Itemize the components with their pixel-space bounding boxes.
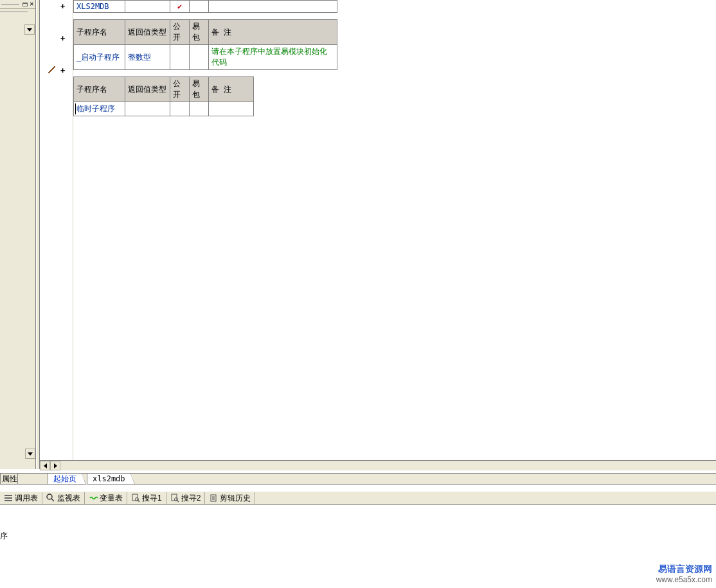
cell-pub[interactable] [170,45,190,70]
search-doc-icon [170,494,179,503]
panel-divider [0,12,28,12]
header-pub: 公开 [170,77,190,102]
search1-button[interactable]: 搜寻1 [127,492,166,504]
check-icon: ✔ [173,2,186,11]
module-table: XLS2MDB ✔ [73,0,337,13]
svg-line-10 [177,501,179,502]
cell-rettype[interactable] [125,102,170,116]
scroll-track[interactable] [60,461,68,470]
tool-label: 搜寻1 [142,493,162,504]
expand-icon[interactable]: + [60,2,65,11]
header-remark: 备 注 [209,77,254,102]
cell-pub[interactable]: ✔ [170,1,190,13]
search-doc-icon [131,494,140,503]
left-panel [0,0,36,469]
tool-label: 变量表 [100,493,123,504]
cell-name[interactable]: 临时子程序 [74,102,125,116]
status-text: 序 [0,531,6,540]
list-icon [4,494,13,503]
clipboard-icon [209,494,218,503]
tool-label: 调用表 [15,493,38,504]
panel-line [1,4,19,4]
watch-button[interactable]: 监视表 [42,492,85,504]
tool-label: 监视表 [57,493,80,504]
cell-remark[interactable] [209,102,254,116]
svg-rect-2 [4,500,12,501]
header-pkg: 易包 [190,20,209,45]
svg-rect-1 [4,497,12,499]
table-row[interactable]: _启动子程序 整数型 请在本子程序中放置易模块初始化代码 [74,45,337,70]
table-row[interactable]: 临时子程序 [74,102,254,116]
scroll-down-icon[interactable] [25,449,35,459]
cell-pkg[interactable] [190,102,209,116]
calltable-button[interactable]: 调用表 [0,492,42,504]
cell-rettype[interactable] [125,1,170,13]
infinity-icon [89,494,98,503]
watermark-url: www.e5a5x.com [656,575,712,584]
tab-start-page[interactable]: 起始页 [48,474,82,485]
restore-icon[interactable] [22,3,28,6]
svg-line-4 [51,499,54,501]
properties-tab[interactable]: 属性 [0,474,18,485]
panel-header [0,0,35,9]
tab-xls2mdb[interactable]: xls2mdb [87,474,131,485]
header-pkg: 易包 [190,77,209,102]
editor-area: XLS2MDB ✔ 子程序名 返回值类型 公开 易包 备 注 _启动子程序 整数… [73,0,716,469]
table-header-row: 子程序名 返回值类型 公开 易包 备 注 [74,77,254,102]
tool-label: 剪辑历史 [220,493,251,504]
subprogram-table-1: 子程序名 返回值类型 公开 易包 备 注 _启动子程序 整数型 请在本子程序中放… [73,19,337,70]
tabs-fill [131,474,716,485]
table-row[interactable]: XLS2MDB ✔ [74,1,337,13]
cell-name[interactable]: _启动子程序 [74,45,125,70]
cell-remark[interactable] [209,1,337,13]
tool-label: 搜寻2 [181,493,201,504]
document-tabs: 属性 起始页 xls2mdb [0,473,716,485]
close-icon[interactable] [28,1,35,8]
watermark-title: 易语言资源网 [656,564,712,575]
header-rettype: 返回值类型 [125,77,170,102]
dropdown-arrow-icon[interactable] [24,24,35,35]
svg-rect-5 [132,494,138,501]
scroll-right-icon[interactable] [50,461,60,470]
cell-rettype[interactable]: 整数型 [125,45,170,70]
svg-rect-8 [172,494,177,501]
magnifier-icon [46,494,55,503]
header-pub: 公开 [170,20,190,45]
search2-button[interactable]: 搜寻2 [166,492,206,504]
properties-tab-label: 属性 [2,474,17,485]
header-remark: 备 注 [209,20,337,45]
cell-name[interactable]: XLS2MDB [74,1,125,13]
subprogram-table-2: 子程序名 返回值类型 公开 易包 备 注 临时子程序 [73,76,254,116]
expand-icon[interactable]: + [60,66,65,75]
svg-rect-0 [4,495,12,496]
tabs-gap [18,474,48,485]
horizontal-scrollbar[interactable] [40,460,716,470]
table-header-row: 子程序名 返回值类型 公开 易包 备 注 [74,20,337,45]
scroll-left-icon[interactable] [40,461,50,470]
header-name: 子程序名 [74,77,125,102]
header-rettype: 返回值类型 [125,20,170,45]
tab-label: xls2mdb [93,474,125,483]
watermark: 易语言资源网 www.e5a5x.com [656,564,712,584]
svg-line-7 [138,501,139,502]
header-name: 子程序名 [74,20,125,45]
cell-remark[interactable]: 请在本子程序中放置易模块初始化代码 [209,45,337,70]
cliphistory-button[interactable]: 剪辑历史 [205,492,255,504]
gutter: + + + [40,0,73,469]
pencil-icon [48,66,57,76]
expand-icon[interactable]: + [60,34,65,43]
vars-button[interactable]: 变量表 [85,492,127,504]
bottom-toolbar: 调用表 监视表 变量表 搜寻1 搜寻2 剪辑历史 [0,491,716,505]
cell-pub[interactable] [170,102,190,116]
svg-point-3 [47,494,52,499]
cell-pkg[interactable] [190,1,209,13]
tab-label: 起始页 [53,474,76,485]
panel-content [0,9,35,459]
cell-pkg[interactable] [190,45,209,70]
